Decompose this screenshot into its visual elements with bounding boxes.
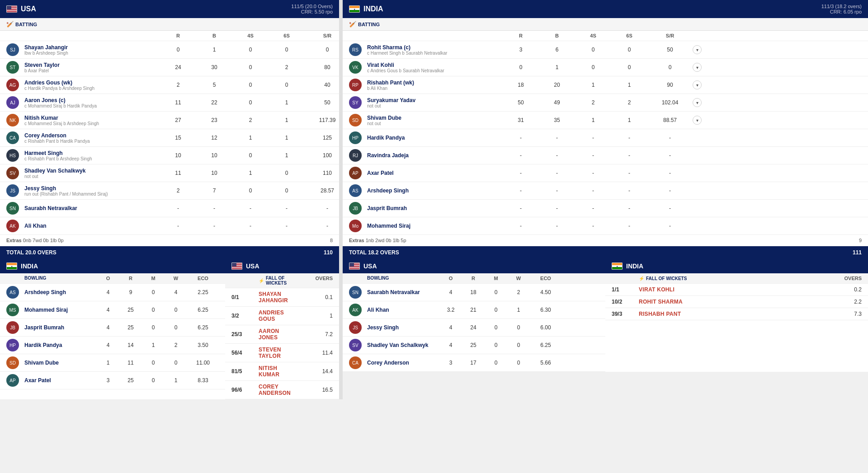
india-flag-icon <box>612 262 623 270</box>
india-batting-row-5: HP Hardik Pandya - - - - - <box>343 129 868 147</box>
chevron-down-icon[interactable]: ▾ <box>693 98 702 107</box>
fow-row-5: 96/6 COREY ANDERSON 16.5 <box>225 381 339 399</box>
bat-icon: 🏏 <box>6 21 14 28</box>
avatar: CA <box>6 131 19 144</box>
avatar: JS <box>349 321 362 334</box>
chevron-down-icon[interactable]: ▾ <box>693 116 702 125</box>
usa-fow-col-headers: ⚡ FALL OF WICKETS OVERS <box>225 273 339 288</box>
india-fow-row-0: 1/1 VIRAT KOHLI 0.2 <box>605 284 868 296</box>
avatar: SY <box>349 96 362 109</box>
usa-batting-row-10: AK Ali Khan - - - - - <box>0 217 339 235</box>
usa-flag-icon <box>6 5 17 13</box>
chevron-down-icon[interactable]: ▾ <box>693 63 702 72</box>
india-batting-row-8: AS Arshdeep Singh - - - - - <box>343 182 868 200</box>
usa-batting-row-6: HS Harmeet Singh c Rishabh Pant b Arshde… <box>0 147 339 164</box>
usa-batting-row-1: ST Steven Taylor b Axar Patel 24 30 0 2 … <box>0 59 339 76</box>
avatar: AK <box>6 220 19 232</box>
avatar: CA <box>349 356 362 369</box>
usa-crr: CRR: 5.50 rpo <box>291 9 333 14</box>
usa-batting-col-headers: R B 4S 6S S/R <box>0 31 339 41</box>
usa-bowling-row-3: SV Shadley Van Schalkwyk 4 25 0 0 6.25 <box>343 337 605 354</box>
fow-row-1: 3/2 ANDRIES GOUS 1 <box>225 307 339 325</box>
india-batting-row-10: Mo Mohammed Siraj - - - - - <box>343 217 868 235</box>
india-team-name: INDIA <box>363 5 383 13</box>
avatar: RS <box>349 43 362 56</box>
india-fow-row-2: 39/3 RISHABH PANT 7.3 <box>605 308 868 320</box>
india-batting-section-header: 🏏 BATTING <box>343 18 868 31</box>
avatar: SN <box>6 202 19 215</box>
avatar: Mo <box>349 220 362 232</box>
india-batting-row-7: AP Axar Patel - - - - - <box>343 164 868 182</box>
avatar: NK <box>6 114 19 126</box>
usa-flag-icon <box>231 262 242 270</box>
avatar: HP <box>349 131 362 144</box>
usa-batting-row-2: AG Andries Gous (wk) c Hardik Pandya b A… <box>0 76 339 94</box>
usa-batting-row-3: AJ Aaron Jones (c) c Mohammed Siraj b Ha… <box>0 94 339 112</box>
usa-flag-icon <box>349 262 360 270</box>
usa-bowling-col-headers: BOWLING O R M W ECO <box>343 273 605 284</box>
avatar: ST <box>6 61 19 74</box>
usa-total-row: TOTAL 20.0 OVERS 110 <box>0 246 339 259</box>
usa-bowling-header: USA <box>343 259 605 273</box>
usa-team-name: USA <box>21 5 36 13</box>
avatar: RJ <box>349 149 362 162</box>
usa-team-header: USA 111/5 (20.0 Overs) CRR: 5.50 rpo <box>0 0 339 18</box>
avatar: AP <box>349 167 362 179</box>
india-flag-icon <box>349 5 360 13</box>
chevron-down-icon[interactable]: ▾ <box>693 45 702 54</box>
india-batting-row-0: RS Rohit Sharma (c) c Harmeet Singh b Sa… <box>343 41 868 59</box>
avatar: AS <box>6 286 19 299</box>
usa-extras: Extras 0nb 7wd 0b 1lb 0p 8 <box>0 235 339 246</box>
avatar: JS <box>6 184 19 197</box>
fow-row-3: 56/4 STEVEN TAYLOR 11.4 <box>225 344 339 362</box>
avatar: AK <box>349 304 362 316</box>
india-bowling-col-headers: BOWLING O R M W ECO <box>0 273 225 284</box>
usa-bowling-row-0: SN Saurabh Netravalkar 4 18 0 2 4.50 <box>343 284 605 301</box>
india-batting-row-1: VK Virat Kohli c Andries Gous b Saurabh … <box>343 59 868 76</box>
usa-fow-header: USA <box>225 259 339 273</box>
usa-bowling-section: USA BOWLING O R M W ECO SN Saurabh Netra… <box>343 259 605 372</box>
usa-batting-row-0: SJ Shayan Jahangir lbw b Arshdeep Singh … <box>0 41 339 59</box>
india-batting-row-3: SY Suryakumar Yadav not out 50 49 2 2 10… <box>343 94 868 112</box>
avatar: HP <box>6 339 19 351</box>
usa-bowling-row-4: CA Corey Anderson 3 17 0 0 5.66 <box>343 354 605 372</box>
usa-score-header: 111/5 (20.0 Overs) <box>291 4 333 9</box>
india-total-row: TOTAL 18.2 OVERS 111 <box>343 246 868 259</box>
india-fow-section: INDIA ⚡ FALL OF WICKETS OVERS 1/1 VIRAT … <box>605 259 868 372</box>
usa-bowling-row-2: JS Jessy Singh 4 24 0 0 6.00 <box>343 319 605 337</box>
fow-row-4: 81/5 NITISH KUMAR 14.4 <box>225 362 339 381</box>
india-batting-row-9: JB Jasprit Bumrah - - - - - <box>343 200 868 217</box>
usa-fow-section: USA ⚡ FALL OF WICKETS OVERS 0/1 SHAYAN J… <box>225 259 339 399</box>
usa-batting-row-9: SN Saurabh Netravalkar - - - - - <box>0 200 339 217</box>
avatar: AP <box>6 374 19 387</box>
india-fow-row-1: 10/2 ROHIT SHARMA 2.2 <box>605 296 868 308</box>
avatar: SV <box>6 167 19 179</box>
usa-batting-row-4: NK Nitish Kumar c Mohammed Siraj b Arshd… <box>0 112 339 129</box>
avatar: JB <box>6 321 19 334</box>
usa-batting-row-5: CA Corey Anderson c Rishabh Pant b Hardi… <box>0 129 339 147</box>
avatar: AJ <box>6 96 19 109</box>
bowling-row-5: AP Axar Patel 3 25 0 1 8.33 <box>0 372 225 389</box>
avatar: VK <box>349 61 362 74</box>
avatar: HS <box>6 149 19 162</box>
chevron-down-icon[interactable]: ▾ <box>693 80 702 89</box>
avatar: AG <box>6 79 19 91</box>
fow-row-0: 0/1 SHAYAN JAHANGIR 0.1 <box>225 288 339 307</box>
india-flag-icon <box>6 262 17 270</box>
avatar: JB <box>349 202 362 215</box>
bowling-row-0: AS Arshdeep Singh 4 9 0 4 2.25 <box>0 284 225 301</box>
india-bowling-section: INDIA BOWLING O R M W ECO AS Arshdeep Si… <box>0 259 225 399</box>
avatar: SN <box>349 286 362 299</box>
bowling-row-1: MS Mohammed Siraj 4 25 0 0 6.25 <box>0 301 225 319</box>
india-fow-header: INDIA <box>605 259 868 273</box>
india-batting-row-2: RP Rishabh Pant (wk) b Ali Khan 18 20 1 … <box>343 76 868 94</box>
fow-row-2: 25/3 AARON JONES 7.2 <box>225 325 339 344</box>
avatar: MS <box>6 304 19 316</box>
bowling-row-2: JB Jasprit Bumrah 4 25 0 0 6.25 <box>0 319 225 337</box>
bowling-row-3: HP Hardik Pandya 4 14 1 2 3.50 <box>0 337 225 354</box>
avatar: AS <box>349 184 362 197</box>
india-extras: Extras 1nb 2wd 0b 1lb 5p 9 <box>343 235 868 246</box>
india-score-header: 111/3 (18.2 overs) <box>821 4 862 9</box>
usa-batting-row-7: SV Shadley Van Schalkwyk not out 11 10 1… <box>0 164 339 182</box>
avatar: RP <box>349 79 362 91</box>
